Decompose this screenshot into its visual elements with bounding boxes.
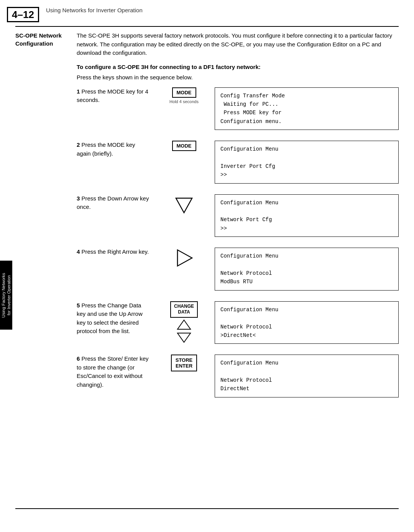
- side-tab: Using Factory Networksfor Inverter Opera…: [0, 261, 12, 330]
- step-4-key: [153, 248, 215, 268]
- step-3-row: 3 Press the Down Arrow key once. Configu…: [77, 194, 399, 237]
- step-2-row: 2 Press the MODE key again (briefly). MO…: [77, 141, 399, 184]
- svg-marker-0: [176, 198, 192, 213]
- step-3-num: 3: [77, 195, 80, 202]
- step-6-key: STOREENTER: [153, 355, 215, 371]
- step-3-screen: Configuration Menu Network Port Cfg >>: [215, 194, 399, 237]
- step-6-row: 6 Press the Store/ Enter key to store th…: [77, 355, 399, 397]
- bottom-divider: [15, 508, 399, 509]
- step-5-num: 5: [77, 302, 80, 309]
- section-label-line1: SC-OPE Network: [15, 31, 71, 39]
- change-data-button[interactable]: CHANGEDATA: [170, 301, 198, 318]
- down-arrow-icon[interactable]: [174, 194, 194, 215]
- step-2-key: MODE: [153, 141, 215, 151]
- press-note: Press the keys shown in the sequence bel…: [77, 74, 399, 80]
- header-divider: [15, 26, 399, 27]
- step-3-key: [153, 194, 215, 215]
- step-5-desc: Press the Change Data key and use the Up…: [77, 302, 143, 335]
- step-6-text: 6 Press the Store/ Enter key to store th…: [77, 355, 153, 389]
- step-5-text: 5 Press the Change Data key and use the …: [77, 301, 153, 336]
- main-content: SC-OPE Network Configuration The SC-OPE …: [15, 31, 399, 408]
- step-5-row: 5 Press the Change Data key and use the …: [77, 301, 399, 344]
- step-5-screen: Configuration Menu Network Protocol >Dir…: [215, 301, 399, 344]
- store-enter-button[interactable]: STOREENTER: [171, 355, 197, 371]
- step-4-desc: Press the Right Arrow key.: [82, 248, 149, 255]
- step-2-num: 2: [77, 141, 80, 148]
- step-5-key: CHANGEDATA: [153, 301, 215, 343]
- instruction-heading: To configure a SC-OPE 3H for connecting …: [77, 64, 399, 70]
- step-2-desc: Press the MODE key again (briefly).: [77, 141, 135, 157]
- step-4-num: 4: [77, 248, 80, 255]
- step-1-num: 1: [77, 88, 80, 95]
- step-3-text: 3 Press the Down Arrow key once.: [77, 194, 153, 212]
- side-tab-text: Using Factory Networksfor Inverter Opera…: [1, 273, 12, 318]
- step-6-screen: Configuration Menu Network Protocol Dire…: [215, 355, 399, 397]
- step-1-desc: Press the MODE key for 4 seconds.: [77, 88, 148, 103]
- step-4-row: 4 Press the Right Arrow key. Configurati…: [77, 248, 399, 291]
- section-label: SC-OPE Network Configuration: [15, 31, 77, 48]
- svg-marker-3: [177, 333, 191, 342]
- instruction-area: To configure a SC-OPE 3H for connecting …: [77, 64, 399, 397]
- step-1-key: MODE Hold 4 seconds: [153, 87, 215, 104]
- step-1-text: 1 Press the MODE key for 4 seconds.: [77, 87, 153, 105]
- svg-marker-2: [177, 320, 191, 329]
- header-title: Using Networks for Inverter Operation: [46, 7, 399, 13]
- step-1-row: 1 Press the MODE key for 4 seconds. MODE…: [77, 87, 399, 130]
- mode-key-1[interactable]: MODE: [172, 87, 196, 98]
- step-1-screen: Config Transfer Mode Waiting for PC... P…: [215, 87, 399, 130]
- step-4-text: 4 Press the Right Arrow key.: [77, 248, 153, 256]
- up-down-arrows: [177, 319, 191, 343]
- change-data-group: CHANGEDATA: [170, 301, 198, 343]
- step-6-num: 6: [77, 355, 80, 362]
- svg-marker-1: [177, 250, 192, 266]
- page-header: Using Networks for Inverter Operation: [46, 7, 399, 15]
- step-2-screen: Configuration Menu Inverter Port Cfg >>: [215, 141, 399, 184]
- down-arrow-small-icon[interactable]: [177, 332, 191, 343]
- section-label-line2: Configuration: [15, 39, 71, 48]
- right-arrow-icon[interactable]: [174, 248, 194, 268]
- step-1-key-sub: Hold 4 seconds: [169, 99, 199, 104]
- mode-key-2[interactable]: MODE: [172, 141, 196, 151]
- step-6-desc: Press the Store/ Enter key to store the …: [77, 355, 149, 388]
- page-number: 4–12: [7, 7, 39, 22]
- step-2-text: 2 Press the MODE key again (briefly).: [77, 141, 153, 158]
- step-4-screen: Configuration Menu Network Protocol ModB…: [215, 248, 399, 291]
- step-3-desc: Press the Down Arrow key once.: [77, 195, 149, 210]
- section-heading: SC-OPE Network Configuration The SC-OPE …: [15, 31, 399, 57]
- up-arrow-small-icon[interactable]: [177, 319, 191, 331]
- section-intro: The SC-OPE 3H supports several factory n…: [77, 31, 399, 57]
